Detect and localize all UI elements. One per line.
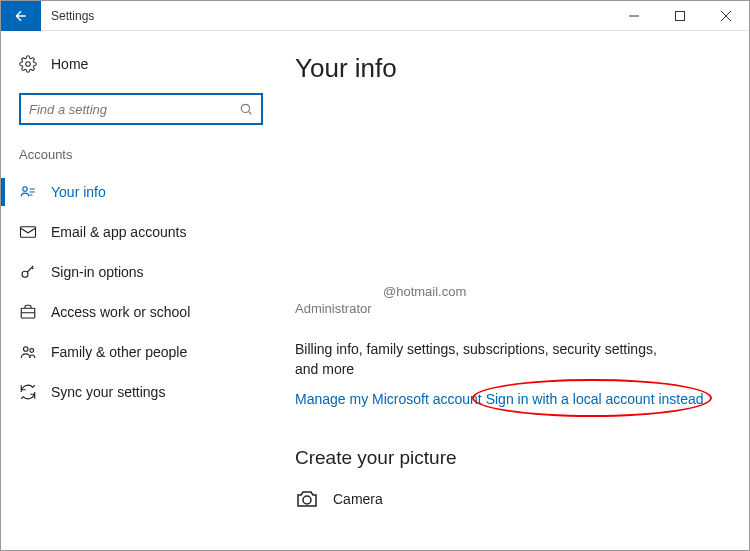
nav-item-family[interactable]: Family & other people (1, 332, 281, 372)
svg-rect-4 (21, 227, 36, 238)
nav-label: Family & other people (51, 344, 187, 360)
svg-point-1 (26, 62, 31, 67)
picture-heading: Create your picture (295, 447, 719, 469)
svg-point-7 (24, 347, 29, 352)
close-icon (721, 11, 731, 21)
svg-point-9 (303, 496, 311, 504)
nav-item-signin[interactable]: Sign-in options (1, 252, 281, 292)
svg-rect-0 (676, 11, 685, 20)
main-panel: Your info @hotmail.com Administrator Bil… (281, 31, 749, 550)
sync-icon (19, 383, 37, 401)
window-controls (611, 1, 749, 31)
home-label: Home (51, 56, 88, 72)
person-card-icon (19, 183, 37, 201)
svg-point-2 (241, 104, 249, 112)
maximize-button[interactable] (657, 1, 703, 31)
window-title: Settings (51, 9, 611, 23)
user-role: Administrator (295, 301, 719, 316)
category-label: Accounts (1, 147, 281, 172)
svg-point-8 (30, 349, 34, 353)
manage-account-link[interactable]: Manage my Microsoft account (295, 391, 482, 407)
nav-item-email[interactable]: Email & app accounts (1, 212, 281, 252)
billing-description: Billing info, family settings, subscript… (295, 340, 675, 379)
minimize-button[interactable] (611, 1, 657, 31)
local-account-link[interactable]: Sign in with a local account instead (486, 391, 704, 407)
back-button[interactable] (1, 1, 41, 31)
camera-icon (295, 487, 319, 511)
svg-point-5 (22, 271, 28, 277)
svg-point-3 (23, 187, 28, 192)
nav-label: Access work or school (51, 304, 190, 320)
sidebar: Home Accounts Your info Email & app acco… (1, 31, 281, 550)
page-heading: Your info (295, 53, 719, 84)
search-input[interactable] (29, 102, 239, 117)
maximize-icon (675, 11, 685, 21)
nav-label: Sync your settings (51, 384, 165, 400)
people-icon (19, 343, 37, 361)
search-box[interactable] (19, 93, 263, 125)
minimize-icon (629, 11, 639, 21)
nav-label: Email & app accounts (51, 224, 186, 240)
nav-item-sync[interactable]: Sync your settings (1, 372, 281, 412)
nav-item-your-info[interactable]: Your info (1, 172, 281, 212)
search-icon (239, 102, 253, 116)
briefcase-icon (19, 303, 37, 321)
camera-label: Camera (333, 491, 383, 507)
close-button[interactable] (703, 1, 749, 31)
key-icon (19, 263, 37, 281)
titlebar: Settings (1, 1, 749, 31)
nav-label: Sign-in options (51, 264, 144, 280)
nav-label: Your info (51, 184, 106, 200)
arrow-left-icon (13, 8, 29, 24)
camera-button[interactable]: Camera (295, 487, 719, 511)
nav-item-work-school[interactable]: Access work or school (1, 292, 281, 332)
mail-icon (19, 223, 37, 241)
home-button[interactable]: Home (1, 49, 281, 79)
gear-icon (19, 55, 37, 73)
user-email: @hotmail.com (383, 284, 719, 299)
